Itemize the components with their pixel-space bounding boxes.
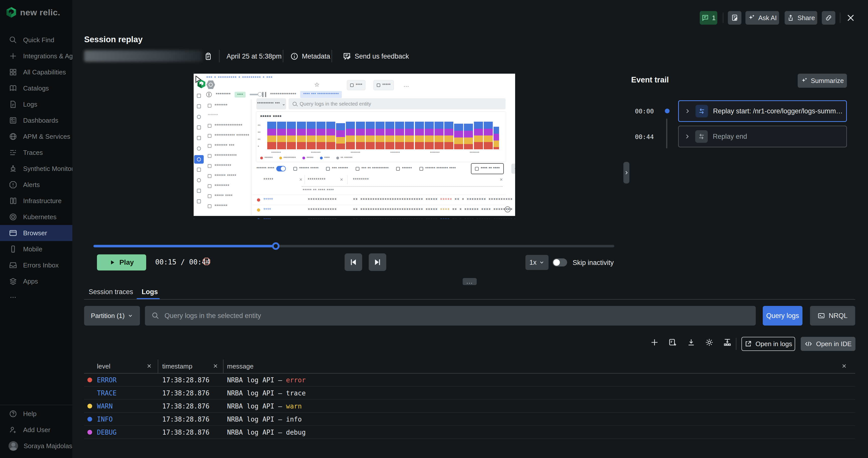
mini-search-input[interactable]: Query logs in the selected entity [288,98,505,109]
sidebar-item-traces[interactable]: Traces [0,145,72,161]
open-in-ide-button[interactable]: Open in IDE [801,337,856,351]
tab-session-traces[interactable]: Session traces [89,288,133,296]
column-level[interactable]: level [97,363,110,370]
sidebar-item-browser[interactable]: Browser [0,225,72,241]
share-button[interactable]: Share [785,11,817,25]
remove-column-icon[interactable] [146,363,152,369]
mini-toggle[interactable] [250,94,258,95]
skip-to-end-button[interactable] [369,253,386,271]
tab-logs[interactable]: Logs [142,288,158,296]
mini-partition-dropdown[interactable]: ********** ***⌄ [256,98,286,109]
sidebar-item-integrations-agents[interactable]: Integrations & Agents [0,48,72,64]
warning-icon[interactable] [202,257,211,266]
mini-rail-icon[interactable] [197,125,201,130]
sidebar-item-quick-find[interactable]: Quick Find [0,32,72,48]
mini-remove-column-icon[interactable]: ✕ [299,177,302,182]
mini-rail-selected-icon[interactable] [194,155,204,164]
mini-open-in-ide-button[interactable]: </> *** ** *** [512,164,515,174]
mini-level-link[interactable]: **** [264,207,271,212]
mini-sidebar-item[interactable]: ******* [208,103,227,108]
copy-link-button[interactable] [822,11,835,25]
mini-sidebar-item[interactable]: ******* [208,113,218,117]
sidebar-item-apps[interactable]: Apps [0,273,72,289]
mini-rail-icon[interactable] [197,199,201,203]
expand-panel-handle[interactable] [623,162,629,183]
mini-open-in-logs-button[interactable]: **** ** **** [471,163,504,174]
mini-rail-icon[interactable] [197,115,201,119]
copy-session-button[interactable] [204,50,213,62]
event-card-replay-end[interactable]: Replay end [678,126,847,147]
column-timestamp[interactable]: timestamp [162,363,192,370]
sidebar-item-synthetic-monitoring[interactable]: Synthetic Monitoring [0,161,72,177]
remove-column-icon[interactable] [841,363,847,369]
level-link[interactable]: TRACE [97,390,117,397]
mini-sidebar-item[interactable]: ***** **** [208,193,232,199]
skip-inactivity-toggle[interactable] [553,258,567,266]
table-row[interactable]: INFO17:38:28.876NRBA log API – info [84,413,855,426]
level-link[interactable]: DEBUG [97,429,117,436]
mini-toggle-on[interactable] [276,166,286,171]
group-columns-icon[interactable] [723,338,732,347]
mini-table-row[interactable]: ****************** *********************… [252,215,506,219]
playback-speed-button[interactable]: 1x [525,255,549,270]
mini-rail-icon[interactable] [197,168,201,172]
mini-remove-column-icon[interactable]: ✕ [500,177,503,182]
sidebar-item-mobile[interactable]: Mobile [0,241,72,257]
sidebar-footer-add-user[interactable]: Add User [0,422,72,438]
sidebar-footer-soraya-majdolashrafi[interactable]: Soraya Majdolashrafi [0,438,72,454]
mini-sidebar-item[interactable]: ******* *** [208,143,234,148]
sidebar-item-more[interactable] [0,289,72,306]
mini-more-button[interactable]: ... [404,82,409,88]
table-row[interactable]: ERROR17:38:28.876NRBA log API – error [84,374,855,387]
mini-sidebar-item[interactable]: ************ [208,153,237,159]
mini-rail-icon[interactable] [197,189,201,193]
sidebar-item-alerts[interactable]: Alerts [0,177,72,193]
mini-toolbar-item[interactable]: ****** ***** [293,166,319,171]
open-in-logs-button[interactable]: Open in logs [741,337,795,351]
mini-toolbar-toggle-group[interactable]: ****** **** [256,166,286,171]
sidebar-item-dashboards[interactable]: Dashboards [0,112,72,128]
nrql-button[interactable]: NRQL [810,306,855,325]
mini-sidebar-item[interactable]: *************** [208,123,242,128]
close-button[interactable] [844,11,858,25]
mini-help-icon[interactable]: ? [504,206,510,212]
partition-dropdown[interactable]: Partition (1) [84,306,140,325]
replay-viewport[interactable]: *** * ********* * ********* * *** ☆ ****… [194,72,515,219]
mini-sidebar-item[interactable]: ****** ***** [208,173,236,179]
summarize-button[interactable]: Summarize [798,74,847,88]
log-search-input[interactable] [164,312,718,320]
event-card-replay-start[interactable]: Replay start: /nr1-core/logger/logs-summ… [678,100,847,122]
add-to-dashboard-icon[interactable] [668,338,677,347]
mini-tags-button[interactable]: **** [347,80,366,90]
table-row[interactable]: DEBUG17:38:28.876NRBA log API – debug [84,426,855,439]
mini-sidebar-item[interactable]: ******** [208,183,229,189]
metadata-button[interactable]: Metadata [290,50,330,62]
sidebar-item-catalogs[interactable]: Catalogs [0,80,72,96]
table-row[interactable]: TRACE17:38:28.876NRBA log API – trace [84,387,855,400]
level-link[interactable]: ERROR [97,376,117,384]
playback-slider[interactable] [93,245,614,247]
sidebar-item-errors-inbox[interactable]: Errors Inbox [0,257,72,273]
mini-toolbar-item[interactable]: ****** [396,166,412,171]
mini-rail-icon[interactable] [197,147,201,150]
query-logs-button[interactable]: Query logs [763,306,802,325]
mini-table-row[interactable]: ******************* ********************… [252,195,506,205]
level-link[interactable]: WARN [97,402,113,410]
mini-table-row[interactable]: ****************** *********************… [252,205,506,215]
chevron-right-icon[interactable] [684,108,690,114]
sidebar-item-infrastructure[interactable]: Infrastructure [0,193,72,209]
sidebar-item-apm-services[interactable]: APM & Services [0,128,72,145]
play-button[interactable]: Play [97,254,146,270]
notes-button[interactable] [728,11,741,25]
ask-ai-button[interactable]: Ask AI [745,11,779,25]
skip-to-start-button[interactable] [345,253,362,271]
mini-rail-icon[interactable] [197,178,201,182]
mini-level-link[interactable]: **** [264,218,271,219]
playback-knob[interactable] [272,242,280,250]
mini-rail-icon[interactable] [197,94,201,98]
mini-users-button[interactable]: ***** [373,80,394,90]
level-link[interactable]: INFO [97,416,113,423]
gear-icon[interactable] [705,338,714,347]
remove-column-icon[interactable] [213,363,218,369]
sidebar-footer-help[interactable]: Help [0,406,72,422]
